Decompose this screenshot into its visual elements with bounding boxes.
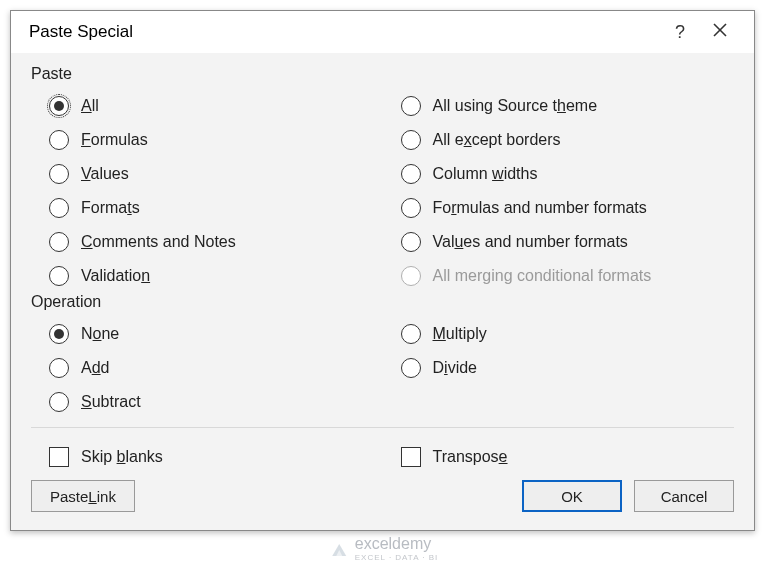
paste-option: All except borders: [383, 123, 735, 157]
close-button[interactable]: [700, 21, 740, 43]
paste-option: Validation: [31, 259, 383, 293]
operation-option: None: [31, 317, 383, 351]
operation-radio[interactable]: [49, 392, 69, 412]
paste-radio: [401, 266, 421, 286]
button-row: Paste Link OK Cancel: [31, 480, 734, 512]
paste-option: Formulas and number formats: [383, 191, 735, 225]
paste-radio[interactable]: [401, 164, 421, 184]
paste-option: All using Source theme: [383, 89, 735, 123]
cancel-button[interactable]: Cancel: [634, 480, 734, 512]
paste-options: AllFormulasValuesFormatsComments and Not…: [31, 89, 734, 293]
paste-radio[interactable]: [49, 266, 69, 286]
paste-radio[interactable]: [401, 232, 421, 252]
operation-group-label: Operation: [31, 293, 734, 311]
paste-radio[interactable]: [401, 96, 421, 116]
operation-radio[interactable]: [401, 324, 421, 344]
operation-option: Add: [31, 351, 383, 385]
paste-radio[interactable]: [401, 198, 421, 218]
paste-option: Comments and Notes: [31, 225, 383, 259]
paste-radio[interactable]: [49, 198, 69, 218]
dialog-title: Paste Special: [29, 22, 660, 42]
operation-option: Divide: [383, 351, 735, 385]
skip-blanks-label[interactable]: Skip blanks: [81, 448, 163, 466]
operation-label[interactable]: Divide: [433, 359, 477, 377]
paste-label[interactable]: All using Source theme: [433, 97, 598, 115]
checkbox-row: Skip blanks Transpose: [31, 440, 734, 474]
operation-label[interactable]: Multiply: [433, 325, 487, 343]
paste-label[interactable]: Formulas: [81, 131, 148, 149]
ok-button[interactable]: OK: [522, 480, 622, 512]
paste-radio[interactable]: [401, 130, 421, 150]
operation-option: Multiply: [383, 317, 735, 351]
operation-label[interactable]: None: [81, 325, 119, 343]
paste-option: Formulas: [31, 123, 383, 157]
paste-radio[interactable]: [49, 164, 69, 184]
paste-label[interactable]: Formats: [81, 199, 140, 217]
paste-label[interactable]: Values: [81, 165, 129, 183]
close-icon: [712, 22, 728, 38]
operation-radio[interactable]: [401, 358, 421, 378]
transpose-checkbox[interactable]: [401, 447, 421, 467]
title-bar: Paste Special ?: [11, 11, 754, 53]
paste-label[interactable]: All except borders: [433, 131, 561, 149]
operation-label[interactable]: Add: [81, 359, 109, 377]
paste-special-dialog: Paste Special ? Paste AllFormulasValuesF…: [10, 10, 755, 531]
paste-option: Values and number formats: [383, 225, 735, 259]
watermark: exceldemy EXCEL · DATA · BI: [329, 535, 439, 541]
watermark-icon: [329, 540, 349, 542]
dialog-content: Paste AllFormulasValuesFormatsComments a…: [11, 53, 754, 530]
paste-option: Values: [31, 157, 383, 191]
operation-radio[interactable]: [49, 324, 69, 344]
paste-label[interactable]: Column widths: [433, 165, 538, 183]
operation-label[interactable]: Subtract: [81, 393, 141, 411]
paste-group-label: Paste: [31, 65, 734, 83]
paste-radio[interactable]: [49, 130, 69, 150]
paste-label: All merging conditional formats: [433, 267, 652, 285]
transpose-label[interactable]: Transpose: [433, 448, 508, 466]
operation-radio[interactable]: [49, 358, 69, 378]
operation-option: Subtract: [31, 385, 383, 419]
paste-option: All merging conditional formats: [383, 259, 735, 293]
paste-option: Column widths: [383, 157, 735, 191]
paste-label[interactable]: Values and number formats: [433, 233, 628, 251]
paste-radio[interactable]: [49, 232, 69, 252]
paste-option: All: [31, 89, 383, 123]
paste-label[interactable]: Formulas and number formats: [433, 199, 647, 217]
paste-label[interactable]: Validation: [81, 267, 150, 285]
skip-blanks-checkbox[interactable]: [49, 447, 69, 467]
watermark-text: exceldemy: [355, 535, 439, 541]
help-button[interactable]: ?: [660, 22, 700, 43]
operation-options: NoneAddSubtract MultiplyDivide: [31, 317, 734, 419]
paste-label[interactable]: All: [81, 97, 99, 115]
paste-label[interactable]: Comments and Notes: [81, 233, 236, 251]
divider: [31, 427, 734, 428]
paste-radio[interactable]: [49, 96, 69, 116]
paste-option: Formats: [31, 191, 383, 225]
paste-link-button[interactable]: Paste Link: [31, 480, 135, 512]
